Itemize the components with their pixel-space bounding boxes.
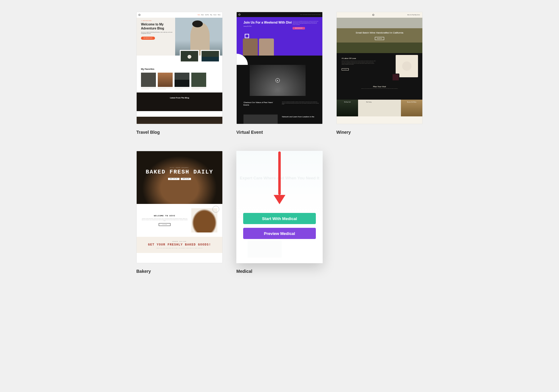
favorites-row: [141, 73, 218, 89]
preheading: #1 ADVENTURE: [141, 20, 175, 21]
template-thumb-travel-blog[interactable]: Home About Top Picks Blog Contact Videos…: [136, 12, 223, 124]
template-card-virtual-event: Home About Schedule Speakers Pricing Blo…: [236, 12, 323, 135]
favorites-heading: My Favorites: [141, 68, 218, 70]
hero-heading: BAKED FRESH DAILY: [137, 169, 222, 175]
network-heading: Network and Learn from Leaders in the: [282, 115, 319, 124]
template-card-bakery: DIVI HOME BAKERY BAKED FRESH DAILY ABOUT…: [136, 151, 223, 274]
hero-sub: Join me as I explore breathtaking destin…: [141, 32, 175, 34]
visit-tiles: We Grow, Craft Wine Tasting Become a Div…: [337, 100, 422, 116]
template-caption: Travel Blog: [136, 130, 223, 135]
divi-logo-icon: [139, 14, 140, 16]
divi-logo-icon: [239, 14, 240, 16]
thumb-nav: Home About Schedule Speakers Pricing Blo…: [237, 12, 322, 17]
divi-logo-icon: [372, 14, 374, 16]
hero-gallery: [180, 50, 220, 62]
preview-button[interactable]: Preview Medical: [243, 228, 316, 239]
play-icon: ▶: [275, 78, 280, 83]
hero-btn-1: ABOUT THE CAMP: [168, 178, 180, 180]
image-stack: [396, 55, 418, 81]
labor-copy: Emerge in the artistry of winemaking wit…: [342, 61, 376, 65]
hover-overlay: Start With Medical Preview Medical: [236, 151, 323, 263]
register-button: REGISTER NOW: [293, 27, 305, 29]
template-grid: Home About Top Picks Blog Contact Videos…: [62, 12, 497, 274]
hero-heading: Welcome to My Adventure Blog: [141, 23, 175, 30]
hero-cta: EXPLORE MY BLOG: [141, 37, 155, 40]
hero-cta: Book A Visit: [375, 37, 384, 40]
plan-heading: Plan Your Visit: [342, 86, 417, 88]
template-caption: Medical: [236, 269, 323, 274]
order-copy: Reserve your fresh treats before they're…: [146, 248, 213, 249]
template-thumb-winery[interactable]: About Join Shop Blog Contact Small Batch…: [336, 12, 423, 124]
template-thumb-virtual-event[interactable]: Home About Schedule Speakers Pricing Blo…: [236, 12, 323, 124]
videos-copy: Relive the excitement and inspiration of…: [282, 101, 319, 106]
videos-heading: Checkout Our Videos of Past Years' Event…: [243, 101, 278, 106]
template-thumb-medical[interactable]: Expert Care Where and When You Need It P…: [236, 151, 323, 263]
square-accent-icon: [245, 34, 249, 38]
template-caption: Winery: [336, 130, 423, 135]
welcome-cta: LEARN MORE: [159, 223, 170, 226]
template-caption: Virtual Event: [236, 130, 323, 135]
hero-preheading: DIVI HOME BAKERY: [137, 151, 222, 168]
latest-blog-image: [137, 117, 222, 124]
video-thumbnail: ▶: [250, 65, 306, 96]
bread-image: [191, 208, 217, 232]
order-preheading: ORDER ONLINE: [146, 241, 213, 242]
labor-cta: Our Story: [342, 68, 349, 70]
latest-blog-heading: Latest From The Blog: [137, 92, 222, 111]
hero-image: Small Batch Wine Handcrafted in Californ…: [337, 18, 422, 53]
hero-heading: Small Batch Wine Handcrafted in Californ…: [337, 18, 422, 34]
hero-copy: Get ready for an unforgettable weekend a…: [293, 21, 319, 29]
template-caption: Bakery: [136, 269, 223, 274]
thumb-nav: Home About Top Picks Blog Contact Videos: [137, 12, 222, 18]
hero-people-image: [243, 38, 274, 56]
plan-copy: Indulge in our exclusive premium wine se…: [342, 88, 417, 89]
hero-image: DIVI HOME BAKERY BAKED FRESH DAILY ABOUT…: [137, 151, 222, 204]
template-card-medical: Expert Care Where and When You Need It P…: [236, 151, 323, 274]
thumb-nav: About Join Shop Blog Contact: [337, 12, 422, 18]
order-heading: GET YOUR FRESHLY BAKED GOODS!: [146, 243, 213, 247]
start-with-button[interactable]: Start With Medical: [243, 213, 316, 224]
welcome-copy: Welcome to Sweet Cream Bakery, where eve…: [142, 218, 188, 222]
welcome-heading: WELCOME TO DIVI: [142, 215, 188, 217]
network-image: [243, 115, 278, 124]
template-card-winery: About Join Shop Blog Contact Small Batch…: [336, 12, 423, 135]
hero-btn-2: ORDER ONLINE: [181, 178, 191, 180]
template-thumb-bakery[interactable]: DIVI HOME BAKERY BAKED FRESH DAILY ABOUT…: [136, 151, 223, 263]
template-card-travel-blog: Home About Top Picks Blog Contact Videos…: [136, 12, 223, 135]
